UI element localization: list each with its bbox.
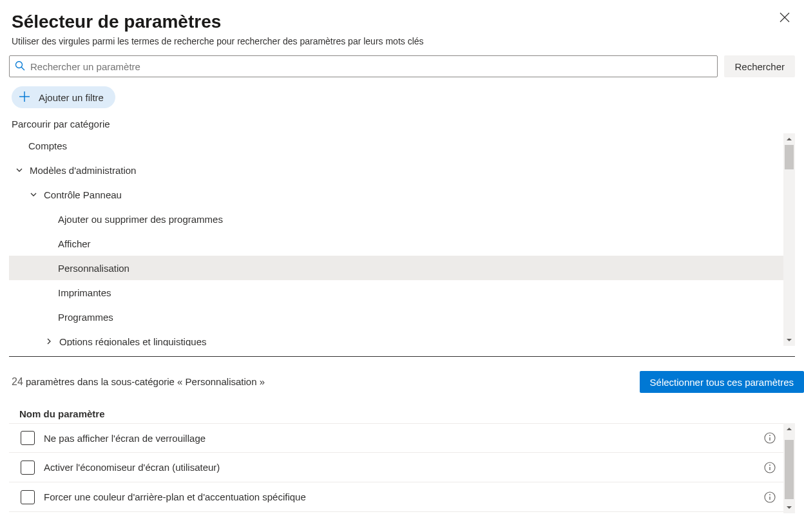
tree-item[interactable]: Options régionales et linguistiques	[9, 329, 783, 346]
settings-list: Ne pas afficher l'écran de verrouillageA…	[9, 423, 783, 513]
page-subtitle: Utiliser des virgules parmi les termes d…	[12, 36, 792, 46]
setting-label: Ne pas afficher l'écran de verrouillage	[44, 433, 764, 444]
search-button[interactable]: Rechercher	[724, 55, 795, 77]
tree-scrollbar[interactable]	[783, 133, 795, 346]
search-icon	[15, 61, 25, 73]
tree-item-label: Ajouter ou supprimer des programmes	[58, 214, 223, 225]
svg-point-8	[769, 464, 770, 466]
chevron-right-icon[interactable]	[44, 336, 54, 346]
scroll-track[interactable]	[783, 435, 795, 502]
tree-item-label: Imprimantes	[58, 287, 111, 298]
setting-checkbox[interactable]	[21, 490, 35, 504]
results-count-number: 24	[12, 376, 23, 387]
tree-item[interactable]: Comptes	[9, 133, 783, 158]
scroll-up-arrow[interactable]	[783, 423, 795, 435]
scroll-down-arrow[interactable]	[783, 502, 795, 513]
info-icon[interactable]	[764, 432, 776, 444]
column-header-name[interactable]: Nom du paramètre	[0, 393, 804, 423]
select-all-button[interactable]: Sélectionner tous ces paramètres	[640, 371, 804, 393]
setting-row[interactable]: Activer l'économiseur d'écran (utilisate…	[9, 453, 783, 482]
close-icon	[780, 12, 790, 24]
tree-item-label: Afficher	[58, 238, 91, 249]
tree-item[interactable]: Contrôle Panneau	[9, 182, 783, 207]
setting-row[interactable]: Ne pas afficher l'écran de verrouillage	[9, 423, 783, 453]
svg-line-1	[21, 67, 24, 70]
scroll-thumb[interactable]	[785, 440, 794, 499]
search-input-container[interactable]	[9, 55, 718, 77]
settings-scrollbar[interactable]	[783, 423, 795, 513]
add-filter-label: Ajouter un filtre	[39, 92, 104, 103]
scroll-thumb[interactable]	[785, 145, 794, 169]
tree-item[interactable]: Personnalisation	[9, 256, 783, 280]
tree-item[interactable]: Afficher	[9, 231, 783, 256]
setting-label: Forcer une couleur d'arrière-plan et d'a…	[44, 491, 764, 502]
plus-icon	[18, 90, 31, 105]
page-title: Sélecteur de paramètres	[12, 12, 792, 32]
setting-checkbox[interactable]	[21, 431, 35, 445]
svg-point-5	[769, 435, 770, 436]
svg-point-0	[16, 61, 23, 68]
tree-item[interactable]: Programmes	[9, 305, 783, 329]
setting-label: Activer l'économiseur d'écran (utilisate…	[44, 462, 764, 473]
svg-point-11	[769, 494, 770, 495]
category-tree: ComptesModèles d'administrationContrôle …	[9, 133, 783, 346]
scroll-up-arrow[interactable]	[783, 133, 795, 145]
info-icon[interactable]	[764, 491, 776, 503]
chevron-down-icon[interactable]	[14, 165, 24, 175]
scroll-track[interactable]	[783, 145, 795, 334]
info-icon[interactable]	[764, 462, 776, 473]
results-count-text: paramètres dans la sous-catégorie « Pers…	[23, 376, 265, 387]
tree-item-label: Modèles d'administration	[30, 165, 136, 176]
tree-item-label: Programmes	[58, 312, 113, 323]
tree-item-label: Contrôle Panneau	[44, 189, 122, 200]
chevron-down-icon[interactable]	[28, 189, 39, 200]
setting-checkbox[interactable]	[21, 461, 35, 475]
scroll-down-arrow[interactable]	[783, 334, 795, 346]
tree-item[interactable]: Imprimantes	[9, 280, 783, 305]
tree-item[interactable]: Modèles d'administration	[9, 158, 783, 182]
search-input[interactable]	[25, 61, 712, 72]
setting-row[interactable]: Forcer une couleur d'arrière-plan et d'a…	[9, 482, 783, 512]
add-filter-button[interactable]: Ajouter un filtre	[12, 86, 115, 108]
tree-item-label: Options régionales et linguistiques	[59, 336, 206, 347]
tree-item[interactable]: Ajouter ou supprimer des programmes	[9, 207, 783, 231]
close-button[interactable]	[778, 12, 791, 24]
tree-item-label: Comptes	[28, 140, 67, 151]
browse-by-category-label: Parcourir par catégorie	[0, 117, 804, 133]
results-count: 24 paramètres dans la sous-catégorie « P…	[12, 376, 265, 388]
tree-item-label: Personnalisation	[58, 263, 129, 274]
